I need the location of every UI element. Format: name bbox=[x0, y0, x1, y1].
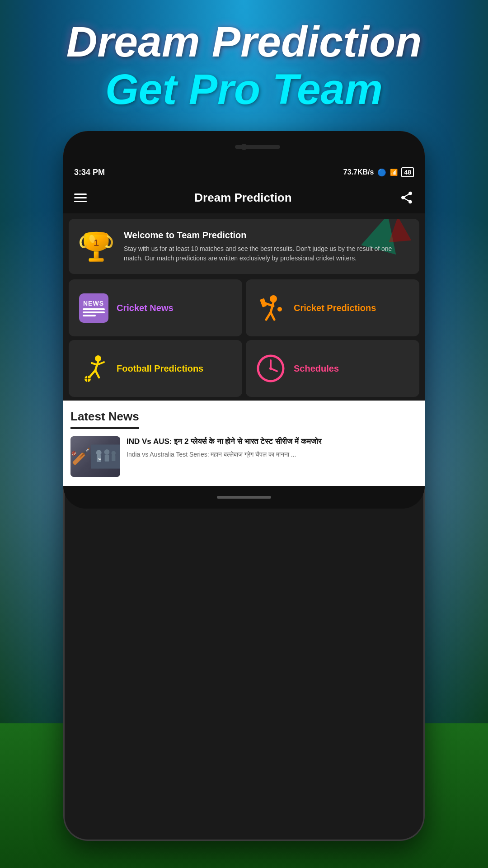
menu-line-2 bbox=[74, 197, 87, 198]
cricket-news-icon: NEWS bbox=[78, 292, 109, 324]
share-icon[interactable] bbox=[399, 190, 414, 205]
svg-rect-29 bbox=[105, 455, 109, 462]
news-summary: India vs Australia Test Series: महान बल्… bbox=[127, 450, 321, 459]
cricket-predictions-card[interactable]: Cricket Predictions bbox=[246, 279, 419, 336]
promo-line2: Get Pro Team bbox=[0, 66, 488, 113]
football-predictions-label: Football Predictions bbox=[117, 363, 203, 374]
football-predictions-card[interactable]: Football Predictions bbox=[69, 340, 242, 397]
cricket-news-card[interactable]: NEWS Cricket News bbox=[69, 279, 242, 336]
svg-line-17 bbox=[95, 370, 99, 377]
football-predictions-icon bbox=[78, 353, 109, 384]
svg-line-10 bbox=[271, 312, 274, 320]
svg-line-16 bbox=[90, 370, 95, 377]
news-content: IND Vs AUS: इन 2 प्लेयर्स के ना होने से … bbox=[127, 436, 321, 459]
cricket-news-label: Cricket News bbox=[117, 303, 174, 313]
status-time: 3:34 PM bbox=[74, 168, 105, 177]
svg-point-26 bbox=[96, 450, 102, 455]
latest-news-header: Latest News bbox=[70, 410, 418, 436]
svg-text:56: 56 bbox=[98, 458, 101, 461]
phone-mockup: 3:34 PM 73.7KB/s 🔵 📶 48 Dream Prediction bbox=[63, 131, 425, 841]
schedules-label: Schedules bbox=[294, 363, 339, 374]
phone-screen: 1 Welcome to Team Prediction Stay with u… bbox=[63, 213, 425, 486]
news-item[interactable]: 56 IND Vs AUS: इन 2 प्लेयर्स के ना होने … bbox=[70, 436, 418, 477]
app-title: Dream Prediction bbox=[194, 191, 291, 205]
news-headline: IND Vs AUS: इन 2 प्लेयर्स के ना होने से … bbox=[127, 436, 321, 447]
promo-header: Dream Prediction Get Pro Team bbox=[0, 18, 488, 113]
welcome-text-block: Welcome to Team Prediction Stay with us … bbox=[124, 230, 412, 263]
news-thumbnail: 56 bbox=[70, 436, 120, 477]
battery-level: 48 bbox=[401, 167, 414, 177]
app-header: Dream Prediction bbox=[63, 182, 425, 213]
svg-line-15 bbox=[92, 363, 97, 365]
phone-top-bezel bbox=[63, 131, 425, 163]
home-bar bbox=[217, 496, 271, 499]
phone-bottom-bezel bbox=[63, 486, 425, 509]
latest-news-section: Latest News bbox=[63, 401, 425, 486]
grid-menu: NEWS Cricket News bbox=[69, 279, 419, 397]
phone-speaker bbox=[235, 145, 280, 149]
promo-line1: Dream Prediction bbox=[0, 18, 488, 66]
svg-rect-1 bbox=[94, 251, 99, 258]
welcome-body: Stay with us for at least 10 matches and… bbox=[124, 244, 412, 263]
signal-icon: 📶 bbox=[390, 169, 398, 176]
svg-line-13 bbox=[95, 362, 98, 370]
svg-point-11 bbox=[277, 307, 282, 311]
welcome-heading: Welcome to Team Prediction bbox=[124, 230, 412, 241]
svg-line-6 bbox=[271, 302, 273, 312]
hamburger-menu-button[interactable] bbox=[74, 193, 87, 202]
svg-point-24 bbox=[269, 367, 272, 370]
status-bar: 3:34 PM 73.7KB/s 🔵 📶 48 bbox=[63, 163, 425, 182]
svg-point-28 bbox=[104, 449, 110, 455]
svg-rect-31 bbox=[112, 455, 115, 461]
welcome-banner: 1 Welcome to Team Prediction Stay with u… bbox=[69, 219, 419, 274]
menu-line-3 bbox=[74, 201, 87, 202]
menu-line-1 bbox=[74, 193, 87, 195]
bluetooth-icon: 🔵 bbox=[377, 168, 386, 177]
schedules-card[interactable]: Schedules bbox=[246, 340, 419, 397]
svg-rect-2 bbox=[89, 258, 104, 262]
cricket-predictions-label: Cricket Predictions bbox=[294, 303, 376, 313]
svg-point-30 bbox=[112, 451, 116, 455]
status-right: 73.7KB/s 🔵 📶 48 bbox=[343, 167, 414, 177]
cricket-predictions-icon bbox=[255, 292, 286, 324]
schedules-icon bbox=[255, 353, 286, 384]
trophy-icon: 1 bbox=[76, 226, 117, 267]
network-speed: 73.7KB/s bbox=[343, 168, 374, 176]
